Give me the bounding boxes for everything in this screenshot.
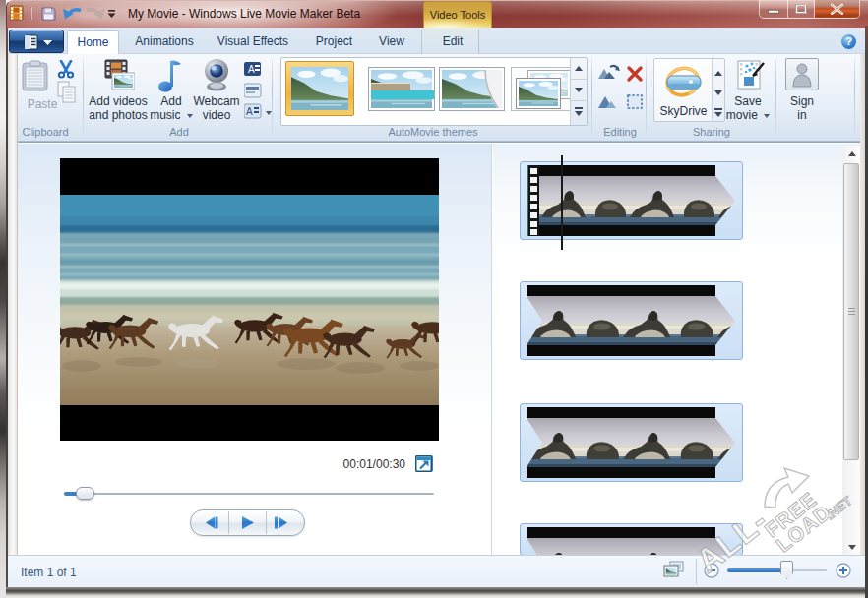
svg-text:A: A: [248, 64, 255, 75]
svg-text:A: A: [246, 106, 253, 117]
